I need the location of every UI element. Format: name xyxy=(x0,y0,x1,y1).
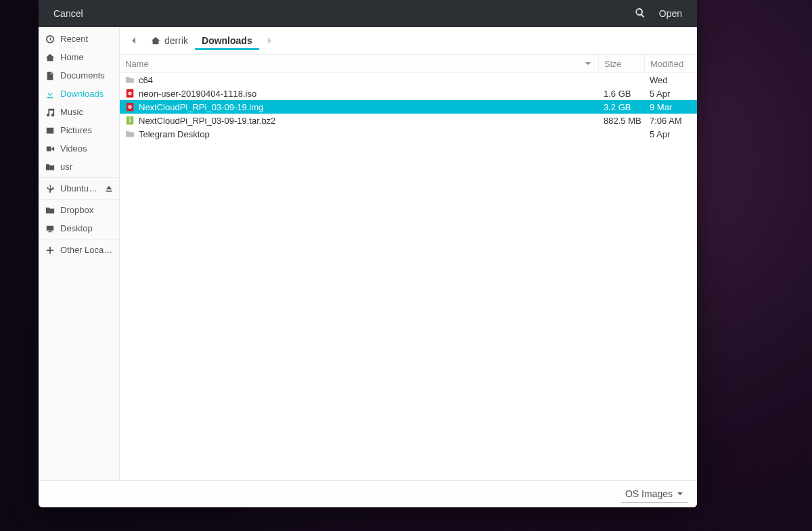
document-icon xyxy=(45,71,55,80)
breadcrumb-item[interactable]: derrik xyxy=(144,31,195,50)
file-name: NextCloudPi_RPi_03-09-19.tar.bz2 xyxy=(136,116,598,126)
file-chooser-dialog: Cancel Open RecentHomeDocumentsDownloads… xyxy=(39,0,697,507)
music-icon xyxy=(45,108,55,117)
sidebar-item-label: Ubuntu 19… xyxy=(60,183,99,193)
eject-icon[interactable] xyxy=(104,184,114,193)
sidebar-item-usr[interactable]: usr xyxy=(39,158,119,176)
plus-icon xyxy=(45,246,55,255)
file-modified: Wed xyxy=(644,75,697,85)
file-list: c64Wedneon-user-20190404-1118.iso1.6 GB5… xyxy=(120,73,697,480)
sidebar-item-label: Music xyxy=(60,107,114,117)
sidebar-item-label: Dropbox xyxy=(60,205,114,215)
open-button[interactable]: Open xyxy=(652,4,689,23)
usb-icon xyxy=(45,184,55,193)
sidebar-item-desktop[interactable]: Desktop xyxy=(39,219,119,237)
column-headers: Name Size Modified xyxy=(120,54,697,73)
file-modified: 5 Apr xyxy=(644,129,697,139)
sidebar-item-label: Videos xyxy=(60,143,114,154)
sidebar-item-pictures[interactable]: Pictures xyxy=(39,121,119,139)
sidebar: RecentHomeDocumentsDownloadsMusicPicture… xyxy=(39,27,120,480)
file-modified: 5 Apr xyxy=(644,89,697,99)
home-icon xyxy=(151,36,160,45)
sidebar-item-label: usr xyxy=(60,162,114,172)
breadcrumb-label: derrik xyxy=(164,35,188,46)
iso-file-icon xyxy=(124,89,136,98)
sidebar-item-label: Pictures xyxy=(60,125,114,135)
file-modified: 7:06 AM xyxy=(644,116,697,126)
folder-file-icon xyxy=(124,129,136,139)
sidebar-item-dropbox[interactable]: Dropbox xyxy=(39,201,119,219)
sidebar-item-videos[interactable]: Videos xyxy=(39,139,119,158)
file-name: Telegram Desktop xyxy=(136,129,598,139)
file-type-filter[interactable]: OS Images xyxy=(621,486,687,503)
file-name: c64 xyxy=(136,75,598,85)
sidebar-item-home[interactable]: Home xyxy=(39,48,119,66)
column-header-modified[interactable]: Modified xyxy=(644,55,697,72)
path-back-button[interactable] xyxy=(127,31,141,50)
sidebar-item-documents[interactable]: Documents xyxy=(39,66,119,85)
titlebar: Cancel Open xyxy=(39,0,697,27)
folder-file-icon xyxy=(124,75,136,85)
download-icon xyxy=(45,89,55,99)
folder-icon xyxy=(45,162,55,172)
picture-icon xyxy=(45,126,55,135)
chevron-down-icon xyxy=(677,488,683,499)
sidebar-item-music[interactable]: Music xyxy=(39,103,119,121)
column-header-size[interactable]: Size xyxy=(598,55,644,72)
sidebar-item-label: Documents xyxy=(60,70,114,80)
path-bar: derrikDownloads xyxy=(120,27,697,54)
file-row[interactable]: neon-user-20190404-1118.iso1.6 GB5 Apr xyxy=(120,87,697,100)
sort-indicator-icon xyxy=(585,59,591,69)
archive-file-icon xyxy=(124,116,136,125)
sidebar-item-label: Recent xyxy=(60,34,114,44)
file-name: neon-user-20190404-1118.iso xyxy=(136,89,598,99)
svg-point-5 xyxy=(129,106,131,108)
sidebar-item-other-locations[interactable]: Other Locations xyxy=(39,241,119,259)
sidebar-item-label: Other Locations xyxy=(60,245,114,255)
search-button[interactable] xyxy=(628,3,652,24)
file-size: 882.5 MB xyxy=(598,116,644,126)
footer: OS Images xyxy=(39,480,697,507)
file-name: NextCloudPi_RPi_03-09-19.img xyxy=(136,102,598,112)
file-row[interactable]: NextCloudPi_RPi_03-09-19.img3.2 GB9 Mar xyxy=(120,100,697,114)
file-modified: 9 Mar xyxy=(644,102,697,112)
file-size: 3.2 GB xyxy=(598,102,644,112)
file-size: 1.6 GB xyxy=(598,89,644,99)
desktop-icon xyxy=(45,224,55,233)
clock-icon xyxy=(45,34,55,44)
video-icon xyxy=(45,144,55,154)
sidebar-item-label: Downloads xyxy=(60,89,114,99)
file-row[interactable]: NextCloudPi_RPi_03-09-19.tar.bz2882.5 MB… xyxy=(120,114,697,127)
breadcrumb-item[interactable]: Downloads xyxy=(195,31,259,50)
cancel-button[interactable]: Cancel xyxy=(47,4,90,23)
sidebar-item-label: Desktop xyxy=(60,223,114,233)
sidebar-item-recent[interactable]: Recent xyxy=(39,30,119,48)
sidebar-item-downloads[interactable]: Downloads xyxy=(39,85,119,103)
img-file-icon xyxy=(124,102,136,112)
svg-point-2 xyxy=(129,93,131,94)
file-row[interactable]: Telegram Desktop5 Apr xyxy=(120,127,697,141)
breadcrumb-label: Downloads xyxy=(202,35,252,46)
home-icon xyxy=(45,53,55,62)
search-icon xyxy=(635,7,646,20)
sidebar-item-ubuntu-19-[interactable]: Ubuntu 19… xyxy=(39,179,119,198)
path-forward-button[interactable] xyxy=(262,31,277,50)
file-row[interactable]: c64Wed xyxy=(120,73,697,87)
sidebar-item-label: Home xyxy=(60,52,114,62)
column-header-name[interactable]: Name xyxy=(124,59,598,69)
folder-icon xyxy=(45,206,55,215)
main-pane: derrikDownloads Name Size Modified c64We… xyxy=(120,27,697,480)
